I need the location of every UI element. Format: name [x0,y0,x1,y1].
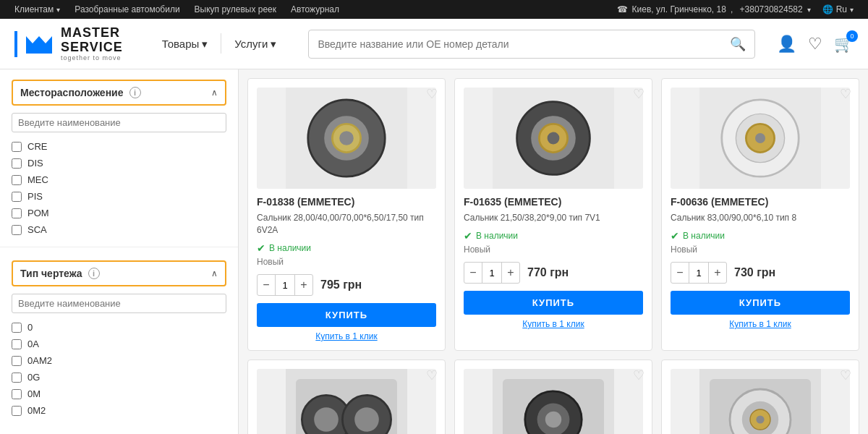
buy-button-2[interactable]: КУПИТЬ [464,291,643,315]
wishlist-card-icon-1[interactable]: ♡ [426,86,438,102]
search-bar: 🔍 [308,30,755,59]
checkbox-dis[interactable] [12,158,22,169]
qty-minus-3[interactable]: − [671,263,689,283]
checkbox-0a[interactable] [12,339,22,349]
logo-brand-top: MASTER [61,26,123,41]
clients-dropdown-arrow: ▾ [56,6,60,14]
search-input[interactable] [309,33,721,56]
availability-1: ✔ В наличии [257,242,436,254]
checkbox-pom[interactable] [12,208,22,218]
label-dis: DIS [27,158,43,169]
list-item: 0M [12,386,226,402]
list-item: CRE [12,138,226,155]
checkbox-0m[interactable] [12,389,22,399]
logo-blue-bar [14,31,17,57]
qty-minus-2[interactable]: − [464,263,482,283]
product-card: ♡ F-01201 (EMMETEC) Сальник комплект [247,359,446,434]
user-icon[interactable]: 👤 [777,35,796,54]
topbar-item-clients[interactable]: Клиентам ▾ [14,4,60,14]
filter-drawing-search[interactable] [12,294,226,313]
wishlist-card-icon-2[interactable]: ♡ [633,86,644,102]
cart-icon[interactable]: 🛒 0 [834,35,854,54]
qty-plus-3[interactable]: + [709,263,726,283]
price-2: 770 грн [527,266,569,279]
filter-location: Месторасположение i ∧ CRE DIS [0,69,238,244]
buy-one-click-3[interactable]: Купить в 1 клик [671,319,850,329]
label-0g: 0G [27,372,40,383]
qty-plus-1[interactable]: + [295,275,312,295]
search-button[interactable]: 🔍 [721,30,754,58]
list-item: 0M2 [12,402,226,419]
product-image-6 [671,369,850,434]
filter-location-search[interactable] [12,113,226,132]
filter-location-info-icon[interactable]: i [129,87,141,98]
wishlist-card-icon-5[interactable]: ♡ [633,367,644,383]
nav-item-products[interactable]: Товары ▾ [152,33,218,55]
product-code-3: F-00636 (EMMETEC) [671,196,850,208]
svg-point-16 [755,133,765,143]
filter-drawing-header[interactable]: Тип чертежа i ∧ [12,260,226,286]
product-desc-1: Сальник 28,00/40,00/70,00*6,50/17,50 тип… [257,212,436,237]
price-1: 795 грн [320,278,362,292]
product-desc-3: Сальник 83,00/90,00*6,10 тип 8 [671,212,850,224]
qty-price-3: − + 730 грн [671,262,850,284]
globe-icon: 🌐 [822,4,833,14]
product-image-1 [257,88,436,189]
phone-address: Киев, ул. Гринченко, 18 [632,4,726,14]
products-dropdown-arrow: ▾ [202,38,208,51]
logo-svg [26,33,52,55]
main-content: Месторасположение i ∧ CRE DIS [0,69,868,434]
filter-drawing-info-icon[interactable]: i [88,268,100,279]
checkbox-0m2[interactable] [12,406,22,416]
product-card: ♡ F-00882 (EMMETEC) Сальник тип 5 [661,359,859,434]
qty-plus-2[interactable]: + [502,263,519,283]
label-0m: 0M [27,388,41,399]
checkbox-0[interactable] [12,323,22,333]
svg-marker-0 [26,36,39,54]
filter-drawing-label-group: Тип чертежа i [20,268,100,279]
logo-m-icon [26,33,52,55]
qty-minus-1[interactable]: − [258,275,275,295]
checkbox-0am2[interactable] [12,356,22,366]
qty-input-1[interactable] [275,275,295,295]
label-mec: MEC [27,174,48,185]
wishlist-card-icon-4[interactable]: ♡ [426,367,438,383]
wishlist-card-icon-6[interactable]: ♡ [840,367,851,383]
logo[interactable]: MASTER SERVICE together to move [14,26,123,61]
product-code-2: F-01635 (EMMETEC) [464,196,643,208]
list-item: 0A [12,336,226,352]
qty-input-2[interactable] [482,263,502,283]
list-item: POM [12,205,226,221]
topbar-item-journal[interactable]: Автожурнал [291,4,339,14]
topbar-item-disassembled[interactable]: Разобранные автомобили [75,4,179,14]
wishlist-icon[interactable]: ♡ [808,35,822,54]
filter-location-header[interactable]: Месторасположение i ∧ [12,80,226,106]
phone-dropdown-arrow[interactable]: ▾ [807,6,811,14]
buy-one-click-1[interactable]: Купить в 1 клик [257,331,436,341]
checkbox-pis[interactable] [12,192,22,202]
buy-button-1[interactable]: КУПИТЬ [257,303,436,327]
language-selector[interactable]: 🌐 Ru ▾ [822,4,854,14]
checkbox-0g[interactable] [12,373,22,383]
product-card: ♡ F-01487 (EMMETEC) Сальник набор [454,359,652,434]
list-item: 0 [12,319,226,336]
checkbox-mec[interactable] [12,175,22,185]
qty-price-2: − + 770 грн [464,262,643,284]
sidebar: Месторасположение i ∧ CRE DIS [0,69,239,434]
wishlist-card-icon-3[interactable]: ♡ [840,86,851,102]
checkbox-sca[interactable] [12,225,22,235]
buy-button-3[interactable]: КУПИТЬ [671,291,850,315]
logo-brand-bottom: SERVICE [61,41,123,55]
topbar-item-buyback[interactable]: Выкуп рулевых реек [195,4,276,14]
product-content: ♡ F-01838 (EMMETEC) Сальник 28,00/40,00/… [239,69,868,434]
checkbox-cre[interactable] [12,142,22,152]
qty-control-1: − + [257,274,313,296]
buy-one-click-2[interactable]: Купить в 1 клик [464,319,643,329]
filter-drawing-collapse-arrow: ∧ [211,268,218,278]
svg-point-20 [314,407,339,432]
list-item: MEC [12,171,226,188]
svg-point-6 [339,132,354,146]
nav-item-services[interactable]: Услуги ▾ [224,33,286,55]
header: MASTER SERVICE together to move Товары ▾… [0,19,868,69]
qty-input-3[interactable] [689,263,709,283]
